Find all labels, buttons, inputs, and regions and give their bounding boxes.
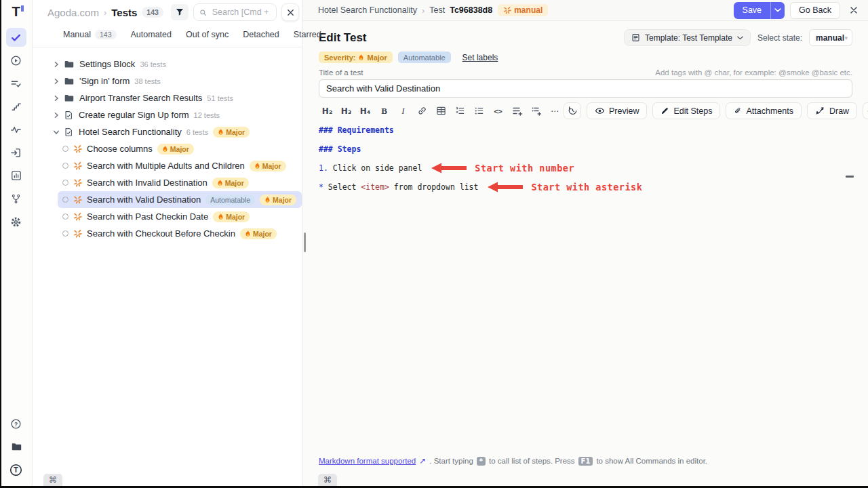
tab-detached[interactable]: Detached xyxy=(243,30,279,39)
title-label-row: Title of a test Add tags with @ char, fo… xyxy=(319,68,852,77)
automatable-badge[interactable]: Automatable xyxy=(398,52,451,63)
heading2-button[interactable]: H₂ xyxy=(319,103,336,119)
rail-item-help[interactable]: ? xyxy=(6,414,26,433)
breadcrumb-project[interactable]: Agoda.com xyxy=(47,7,99,18)
severity-badge: Major xyxy=(212,178,249,188)
code-button[interactable]: <> xyxy=(490,103,507,119)
ordered-list-button[interactable] xyxy=(452,103,469,119)
insert-step-list-button[interactable] xyxy=(509,103,526,119)
severity-badge-label: Major xyxy=(225,179,244,187)
save-dropdown-button[interactable] xyxy=(770,2,785,19)
tree-row-create-signup[interactable]: Create regular Sign Up form 12 tests xyxy=(33,106,302,123)
rail-item-tests[interactable] xyxy=(6,28,26,47)
tab-manual[interactable]: Manual143 xyxy=(63,30,117,39)
link-button[interactable] xyxy=(414,103,431,119)
rail-item-import[interactable] xyxy=(6,143,26,162)
search-close-button[interactable] xyxy=(281,3,299,21)
draw-button[interactable]: Draw xyxy=(807,102,857,119)
breadcrumb-parent[interactable]: Hotel Search Functionality xyxy=(318,5,417,15)
asterisk-key-badge: * xyxy=(477,457,486,466)
chevron-right-icon[interactable] xyxy=(53,78,60,85)
tree-row-multiple-adults[interactable]: Search with Multiple Adults and Children… xyxy=(58,157,302,174)
tree-row-invalid-destination[interactable]: Search with Invalid Destination Major xyxy=(58,174,302,191)
detail-body: Edit Test Template: Test Template Select… xyxy=(302,21,868,486)
table-button[interactable] xyxy=(433,103,450,119)
markdown-help-link[interactable]: Markdown format supported xyxy=(319,457,416,465)
heading4-button[interactable]: H₄ xyxy=(357,103,374,119)
save-button[interactable]: Save xyxy=(734,2,771,19)
search-input[interactable] xyxy=(211,7,271,18)
chevron-right-icon[interactable] xyxy=(53,112,60,119)
tree-row-sign-in-form[interactable]: 'Sign in' form 38 tests xyxy=(33,73,302,89)
tab-automated[interactable]: Automated xyxy=(131,30,172,39)
more-format-button[interactable]: ⋯ xyxy=(547,103,564,119)
chevron-down-icon xyxy=(737,36,743,40)
rail-item-reports[interactable] xyxy=(6,166,26,185)
command-key-tab[interactable]: ⌘ xyxy=(43,474,62,486)
italic-button[interactable]: I xyxy=(395,103,412,119)
test-badges-row: Severity: Major Automatable Set labels xyxy=(319,52,852,63)
rail-item-plans[interactable] xyxy=(6,74,26,93)
more-actions-button[interactable]: ⋯ xyxy=(863,102,868,119)
tree-row-checkout-before-checkin[interactable]: Search with Checkout Before Checkin Majo… xyxy=(58,225,302,242)
ordered-list-icon xyxy=(455,106,465,116)
tree-scrollbar-thumb[interactable] xyxy=(304,232,306,252)
edit-steps-button[interactable]: Edit Steps xyxy=(652,102,720,119)
editor-scrollbar-thumb[interactable] xyxy=(846,176,854,178)
go-back-button[interactable]: Go Back xyxy=(790,2,840,19)
chevron-right-icon[interactable] xyxy=(53,95,60,102)
template-select-label: Template: Test Template xyxy=(645,33,732,43)
rail-item-projects[interactable] xyxy=(6,437,26,456)
test-title-input[interactable] xyxy=(319,79,852,98)
flame-icon xyxy=(162,145,168,152)
markdown-editor[interactable]: ### Requirements ### Steps 1. Click on s… xyxy=(319,121,852,197)
filter-icon xyxy=(175,7,184,17)
severity-prefix: Severity: xyxy=(324,54,355,62)
attachments-button[interactable]: Attachments xyxy=(726,102,801,119)
app-window: T ? xyxy=(0,0,868,488)
tree-row-airport-transfer[interactable]: Airport Transfer Search Results 51 tests xyxy=(33,89,302,106)
breadcrumb-section[interactable]: Tests xyxy=(111,7,137,18)
rail-item-branches[interactable] xyxy=(6,189,26,208)
rail-item-activity[interactable] xyxy=(6,120,26,139)
test-circle-icon xyxy=(62,214,68,220)
tab-starred[interactable]: Starred xyxy=(294,30,321,39)
rail-item-profile[interactable]: T xyxy=(6,460,26,479)
tree-row-valid-destination-selected[interactable]: Search with Valid Destination Automatabl… xyxy=(58,191,302,208)
tree-row-hotel-search[interactable]: Hotel Search Functionality 6 tests Major xyxy=(33,123,302,140)
rail-item-milestones[interactable] xyxy=(6,97,26,116)
preview-button[interactable]: Preview xyxy=(587,102,647,119)
bullet-list-button[interactable] xyxy=(471,103,488,119)
chevron-right-icon[interactable] xyxy=(53,61,60,68)
history-button[interactable] xyxy=(564,102,581,119)
chevron-down-icon[interactable] xyxy=(53,129,60,136)
rail-item-settings[interactable] xyxy=(6,212,26,231)
tree-row-choose-columns[interactable]: Choose columns Major xyxy=(58,140,302,157)
app-logo[interactable]: T xyxy=(8,3,24,20)
manual-claw-icon xyxy=(503,6,511,14)
set-labels-link[interactable]: Set labels xyxy=(462,53,498,62)
automatable-badge: Automatable xyxy=(205,195,255,205)
tree-row-past-checkin[interactable]: Search with Past Checkin Date Major xyxy=(58,208,302,225)
template-select-button[interactable]: Template: Test Template xyxy=(624,29,751,46)
tree-row-settings-block[interactable]: Settings Block 36 tests xyxy=(33,56,302,73)
draw-label: Draw xyxy=(829,106,849,116)
hint-text: . Start typing xyxy=(429,457,473,465)
tree-row-label: Search with Past Checkin Date xyxy=(87,211,208,222)
heading3-button[interactable]: H₃ xyxy=(338,103,355,119)
state-select[interactable]: manual ▾ xyxy=(809,29,852,46)
tab-detached-label: Detached xyxy=(243,30,279,39)
tree-row-count: 36 tests xyxy=(140,60,166,68)
bold-button[interactable]: B xyxy=(376,103,393,119)
flame-icon xyxy=(218,213,224,220)
tags-hint: Add tags with @ char, for example: @smok… xyxy=(655,68,852,77)
insert-numbered-step-button[interactable] xyxy=(528,103,545,119)
command-key-tab[interactable]: ⌘ xyxy=(318,474,337,486)
tab-out-of-sync[interactable]: Out of sync xyxy=(186,30,229,39)
rail-item-runs[interactable] xyxy=(6,51,26,70)
tests-panel-header: Agoda.com › Tests 143 xyxy=(33,0,302,22)
filter-button[interactable] xyxy=(171,4,189,20)
detail-close-button[interactable] xyxy=(850,6,858,14)
severity-badge[interactable]: Severity: Major xyxy=(319,52,393,63)
document-check-icon xyxy=(64,127,73,137)
